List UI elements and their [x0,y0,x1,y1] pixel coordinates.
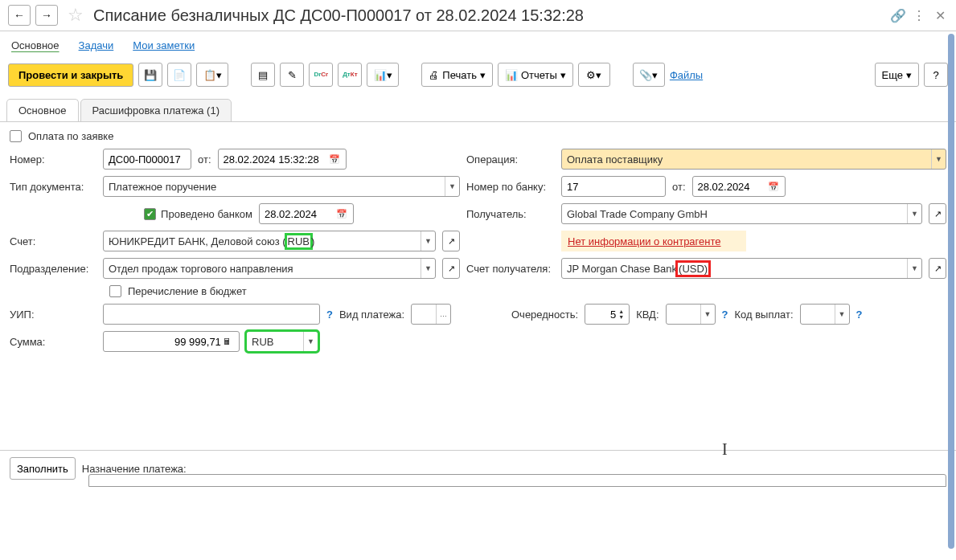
account-currency-highlight: RUB [286,235,311,248]
scrollbar[interactable] [948,34,954,549]
close-icon[interactable]: ✕ [932,7,948,23]
open-external-button[interactable]: ↗ [929,258,946,279]
chevron-down-icon[interactable]: ▼ [907,204,921,223]
recip-account-select[interactable]: JP Morgan Chase Bank (USD) ▼ [561,258,922,279]
create-based-on-button[interactable]: 📋▾ [196,63,228,87]
reports-label: Отчеты [521,69,557,81]
post-and-close-button[interactable]: Провести и закрыть [8,63,133,87]
chevron-down-icon[interactable]: ▼ [445,177,459,196]
text-cursor-icon: I [722,440,728,459]
order-label: Очередность: [511,309,578,321]
kvd-select[interactable]: ▼ [666,304,716,325]
counterparty-warning: Нет информации о контрагенте [561,231,746,251]
ellipsis-icon[interactable]: … [436,305,450,324]
help-icon[interactable]: ? [326,309,333,321]
document-title: Списание безналичных ДС ДС00-П000017 от … [93,6,885,25]
doctype-select[interactable]: Платежное поручение▼ [103,176,460,197]
currency-select[interactable]: RUB▼ [246,331,318,352]
from-label-2: от: [672,181,686,193]
account-label: Счет: [10,235,96,247]
number-label: Номер: [10,153,96,166]
chevron-down-icon[interactable]: ▼ [907,259,921,278]
open-external-button[interactable]: ↗ [442,258,460,279]
link-icon[interactable]: 🔗 [890,7,906,23]
recip-account-currency-highlight: (USD) [677,262,709,276]
recipient-select[interactable]: Global Trade Company GmbH▼ [561,203,922,224]
purpose-label: Назначение платежа: [82,463,187,475]
calculator-icon[interactable]: 🖩 [221,332,234,351]
more-label: Еще [882,69,903,81]
bank-processed-checkbox[interactable]: ✔ [144,208,156,220]
attach-button[interactable]: 📎▾ [633,63,665,87]
dt-kt-icon-button[interactable]: ДтКт [338,63,362,87]
payout-code-select[interactable]: ▼ [800,304,850,325]
chevron-down-icon[interactable]: ▼ [421,259,435,278]
pay-by-request-checkbox[interactable] [10,130,22,142]
purpose-textarea[interactable] [88,474,946,487]
sum-input[interactable]: 🖩 [103,331,240,352]
fill-button[interactable]: Заполнить [10,457,76,480]
help-icon[interactable]: ? [722,309,728,321]
budget-transfer-label: Перечисление в бюджет [128,285,247,297]
chevron-down-icon[interactable]: ▼ [700,305,715,324]
recipient-label: Получатель: [466,208,555,220]
payment-type-input[interactable]: … [411,304,451,325]
chevron-down-icon[interactable]: ▼ [303,332,318,351]
account-select[interactable]: ЮНИКРЕДИТ БАНК, Деловой союз (RUB) ▼ [103,231,436,251]
kvd-label: КВД: [636,309,659,321]
doctype-label: Тип документа: [10,181,96,193]
bank-num-label: Номер по банку: [466,181,555,193]
files-link[interactable]: Файлы [670,69,703,81]
sum-label: Сумма: [10,336,96,348]
bank-num-date-input[interactable]: 📅 [692,176,786,197]
tab-main[interactable]: Основное [6,99,79,122]
help-icon[interactable]: ? [856,309,863,321]
datetime-input[interactable]: 📅 [218,149,347,170]
bank-processed-label: Проведено банком [161,208,252,220]
toolbar-icon-misc[interactable]: ⚙▾ [578,63,610,87]
tab-detail[interactable]: Расшифровка платежа (1) [80,99,232,122]
open-external-button[interactable]: ↗ [442,231,460,251]
subnav-tasks[interactable]: Задачи [79,39,114,51]
uip-input[interactable] [103,304,320,325]
print-button[interactable]: 🖨 Печать ▾ [421,63,493,87]
post-icon-button[interactable]: 📄 [167,63,191,87]
toolbar-icon-1[interactable]: ▤ [251,63,275,87]
print-label: Печать [442,69,477,81]
chevron-down-icon[interactable]: ▼ [421,231,435,251]
favorite-star-icon[interactable]: ☆ [68,5,84,26]
forward-button[interactable]: → [35,5,58,26]
bank-num-input[interactable] [561,176,666,197]
calendar-icon[interactable]: 📅 [336,204,348,223]
no-counterparty-link[interactable]: Нет информации о контрагенте [568,235,721,247]
from-label-1: от: [198,153,211,166]
budget-transfer-checkbox[interactable] [109,285,121,297]
back-button[interactable]: ← [8,5,31,26]
bank-date-input[interactable]: 📅 [259,203,354,224]
dept-label: Подразделение: [10,263,96,275]
operation-label: Операция: [466,153,555,166]
dr-cr-icon-button[interactable]: DrCr [309,63,333,87]
pay-by-request-label: Оплата по заявке [28,130,113,142]
subnav-notes[interactable]: Мои заметки [133,39,195,51]
spinner-icon[interactable]: ▲▼ [618,309,624,320]
toolbar-icon-2[interactable]: ✎ [280,63,304,87]
dept-select[interactable]: Отдел продаж торгового направления▼ [103,258,436,279]
open-external-button[interactable]: ↗ [929,203,946,224]
calendar-icon[interactable]: 📅 [767,177,779,196]
chevron-down-icon[interactable]: ▼ [931,149,946,169]
payout-code-label: Код выплат: [734,309,793,321]
operation-select[interactable]: Оплата поставщику▼ [561,149,946,170]
menu-dots-icon[interactable]: ⋮ [911,7,927,23]
subnav-main[interactable]: Основное [11,39,59,51]
help-button[interactable]: ? [924,63,948,87]
number-input[interactable] [103,149,191,170]
reports-button[interactable]: 📊 Отчеты ▾ [498,63,573,87]
chevron-down-icon[interactable]: ▼ [835,305,849,324]
payment-type-label: Вид платежа: [339,309,404,321]
order-input[interactable]: ▲▼ [585,304,630,325]
more-button[interactable]: Еще ▾ [875,63,919,87]
calendar-icon[interactable]: 📅 [327,149,340,169]
save-icon-button[interactable]: 💾 [138,63,162,87]
toolbar-icon-drop[interactable]: 📊▾ [367,63,399,87]
